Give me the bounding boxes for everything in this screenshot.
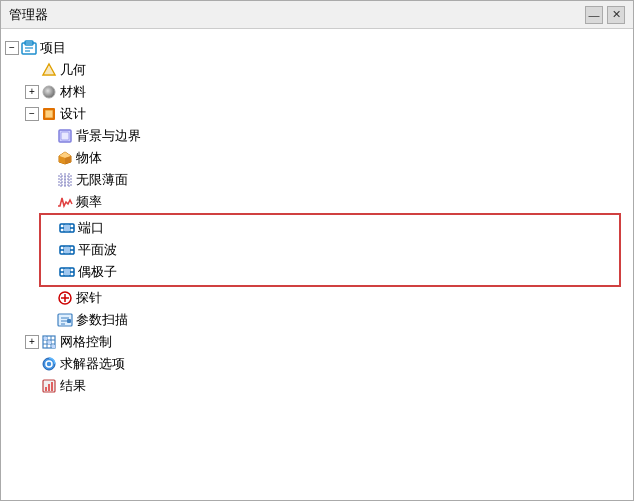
tree-item-frequency[interactable]: 频率 bbox=[5, 191, 629, 213]
tree-item-mesh-control[interactable]: + 网格控制 bbox=[5, 331, 629, 353]
bg-border-icon bbox=[57, 128, 73, 144]
tree-item-solver-options[interactable]: 求解器选项 bbox=[5, 353, 629, 375]
dipole-icon bbox=[59, 264, 75, 280]
svg-rect-28 bbox=[64, 225, 70, 231]
tree-item-infinite-plane[interactable]: 无限薄面 bbox=[5, 169, 629, 191]
geometry-icon bbox=[41, 62, 57, 78]
bg-border-label: 背景与边界 bbox=[76, 127, 141, 145]
expand-project[interactable]: − bbox=[5, 41, 19, 55]
manager-window: 管理器 — ✕ − 项目 bbox=[0, 0, 634, 501]
tree-item-geometry[interactable]: 几何 bbox=[5, 59, 629, 81]
plane-wave-icon bbox=[59, 242, 75, 258]
frequency-label: 频率 bbox=[76, 193, 102, 211]
close-button[interactable]: ✕ bbox=[607, 6, 625, 24]
window-title: 管理器 bbox=[9, 6, 48, 24]
project-label: 项目 bbox=[40, 39, 66, 57]
expand-mesh[interactable]: + bbox=[25, 335, 39, 349]
infinite-icon bbox=[57, 172, 73, 188]
svg-rect-48 bbox=[67, 319, 71, 323]
mesh-icon bbox=[41, 334, 57, 350]
window-controls: — ✕ bbox=[585, 6, 625, 24]
probe-icon bbox=[57, 290, 73, 306]
tree-item-port[interactable]: 端口 bbox=[41, 217, 619, 239]
tree-item-plane-wave[interactable]: 平面波 bbox=[41, 239, 619, 261]
tree-item-param-sweep[interactable]: 参数扫描 bbox=[5, 309, 629, 331]
project-icon bbox=[21, 40, 37, 56]
tree-content: − 项目 几何 + bbox=[1, 29, 633, 500]
tree-item-dipole[interactable]: 偶极子 bbox=[41, 261, 619, 283]
tree-item-results[interactable]: 结果 bbox=[5, 375, 629, 397]
svg-rect-55 bbox=[48, 341, 51, 344]
param-sweep-label: 参数扫描 bbox=[76, 311, 128, 329]
materials-label: 材料 bbox=[60, 83, 86, 101]
svg-rect-34 bbox=[64, 247, 70, 253]
tree-item-object[interactable]: 物体 bbox=[5, 147, 629, 169]
expand-design[interactable]: − bbox=[25, 107, 39, 121]
mesh-control-label: 网格控制 bbox=[60, 333, 112, 351]
solver-options-label: 求解器选项 bbox=[60, 355, 125, 373]
material-icon bbox=[41, 84, 57, 100]
tree-item-materials[interactable]: + 材料 bbox=[5, 81, 629, 103]
tree-item-design[interactable]: − 设计 bbox=[5, 103, 629, 125]
tree-item-bg-border[interactable]: 背景与边界 bbox=[5, 125, 629, 147]
plane-wave-label: 平面波 bbox=[78, 241, 117, 259]
svg-rect-9 bbox=[46, 111, 52, 117]
svg-rect-61 bbox=[48, 384, 50, 391]
svg-rect-11 bbox=[61, 132, 69, 140]
tree-item-project[interactable]: − 项目 bbox=[5, 37, 629, 59]
port-icon bbox=[59, 220, 75, 236]
object-label: 物体 bbox=[76, 149, 102, 167]
param-icon bbox=[57, 312, 73, 328]
geometry-label: 几何 bbox=[60, 61, 86, 79]
svg-rect-40 bbox=[64, 269, 70, 275]
svg-rect-56 bbox=[52, 345, 55, 348]
dipole-label: 偶极子 bbox=[78, 263, 117, 281]
title-bar: 管理器 — ✕ bbox=[1, 1, 633, 29]
svg-rect-60 bbox=[45, 387, 47, 391]
frequency-icon bbox=[57, 194, 73, 210]
port-label: 端口 bbox=[78, 219, 104, 237]
results-label: 结果 bbox=[60, 377, 86, 395]
probe-label: 探针 bbox=[76, 289, 102, 307]
solver-icon bbox=[41, 356, 57, 372]
minimize-button[interactable]: — bbox=[585, 6, 603, 24]
svg-rect-54 bbox=[44, 337, 47, 340]
svg-point-6 bbox=[43, 86, 55, 98]
design-label: 设计 bbox=[60, 105, 86, 123]
infinite-plane-label: 无限薄面 bbox=[76, 171, 128, 189]
object-icon bbox=[57, 150, 73, 166]
svg-rect-62 bbox=[51, 382, 53, 391]
expand-materials[interactable]: + bbox=[25, 85, 39, 99]
highlighted-group: 端口 平面波 bbox=[39, 213, 621, 287]
tree-item-probe[interactable]: 探针 bbox=[5, 287, 629, 309]
results-icon bbox=[41, 378, 57, 394]
design-icon bbox=[41, 106, 57, 122]
